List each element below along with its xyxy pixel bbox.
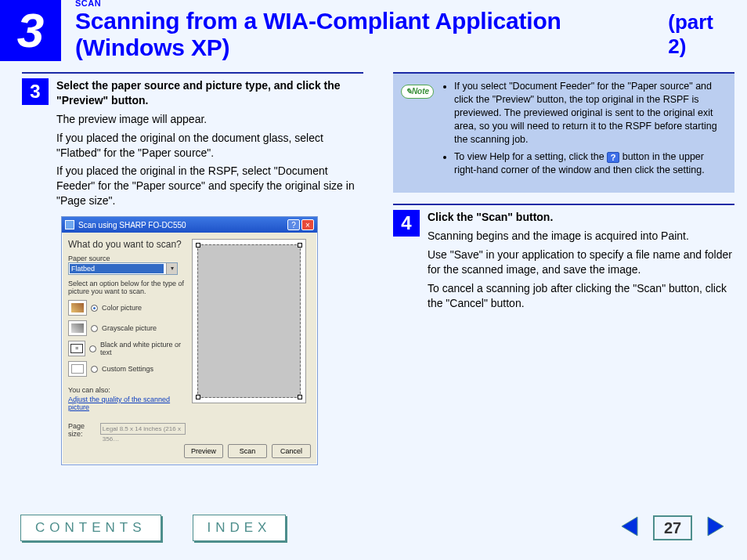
page-size-label: Page size: (68, 422, 97, 438)
part-label: (part 2) (668, 10, 736, 59)
preview-selection[interactable] (197, 244, 301, 398)
next-page-button[interactable] (703, 515, 727, 541)
scan-dialog: Scan using SHARP FO-DC550 ? × What do yo… (61, 216, 318, 465)
radio-custom[interactable] (91, 366, 98, 373)
step-3-p3: If you placed the original in the RSPF, … (56, 164, 365, 208)
step-number: 4 (393, 210, 420, 237)
title-block: SCAN Scanning from a WIA-Compliant Appli… (61, 0, 747, 61)
dialog-titlebar: Scan using SHARP FO-DC550 ? × (62, 217, 317, 233)
resize-handle[interactable] (298, 243, 302, 247)
scan-button[interactable]: Scan (228, 444, 267, 458)
radio-gray[interactable] (91, 325, 98, 332)
radio-bw[interactable] (89, 345, 96, 352)
rule (393, 204, 734, 205)
help-icon: ? (607, 152, 619, 163)
also-label: You can also: (68, 386, 186, 394)
radio-color[interactable] (91, 305, 98, 312)
section-label: SCAN (75, 0, 736, 8)
bottom-nav: CONTENTS INDEX 27 (0, 507, 747, 560)
index-button[interactable]: INDEX (193, 515, 287, 541)
note-item-2: To view Help for a setting, click the ? … (454, 150, 727, 177)
grayscale-picture-icon (68, 320, 87, 336)
step-4: 4 Click the "Scan" button. Scanning begi… (393, 210, 736, 310)
custom-settings-icon (68, 361, 87, 377)
opt-color-label: Color picture (102, 304, 142, 312)
adjust-quality-link[interactable]: Adjust the quality of the scanned pictur… (68, 396, 186, 411)
option-custom[interactable]: Custom Settings (68, 361, 186, 377)
paper-source-value: Flatbed (70, 264, 164, 273)
step-number: 3 (22, 78, 49, 105)
resize-handle[interactable] (196, 395, 200, 399)
page-size-dropdown[interactable]: Legal 8.5 x 14 inches (216 x 356… (100, 423, 186, 435)
bw-text-icon: ≡ (68, 341, 85, 356)
help-titlebar-button[interactable]: ? (287, 219, 300, 230)
rule (22, 72, 363, 74)
page-header: 3 SCAN Scanning from a WIA-Compliant App… (0, 0, 747, 61)
step-4-lead: Click the "Scan" button. (428, 211, 553, 223)
scanner-icon (65, 220, 74, 229)
color-picture-icon (68, 300, 87, 316)
resize-handle[interactable] (196, 243, 200, 247)
svg-marker-1 (708, 517, 724, 536)
page-number: 27 (653, 515, 692, 540)
right-column: ✎Note If you select "Document Feeder" fo… (393, 72, 736, 465)
note-badge: ✎Note (401, 85, 434, 99)
note-item-1: If you select "Document Feeder" for the … (454, 80, 727, 146)
step-3-p1: The preview image will appear. (56, 112, 365, 127)
step-4-p3: To cancel a scanning job after clicking … (428, 281, 736, 311)
contents-button[interactable]: CONTENTS (20, 515, 161, 541)
resize-handle[interactable] (298, 395, 302, 399)
option-color[interactable]: Color picture (68, 300, 186, 316)
preview-pane[interactable] (192, 239, 306, 403)
cancel-button[interactable]: Cancel (272, 444, 311, 458)
paper-source-dropdown[interactable]: Flatbed ▾ (68, 262, 178, 275)
prev-page-button[interactable] (619, 515, 642, 541)
preview-button[interactable]: Preview (184, 444, 223, 458)
step-3-lead: Select the paper source and picture type… (56, 79, 341, 107)
opt-bw-label: Black and white picture or text (100, 341, 186, 356)
close-button[interactable]: × (301, 219, 314, 230)
note-box: ✎Note If you select "Document Feeder" fo… (393, 72, 734, 193)
opt-gray-label: Grayscale picture (102, 324, 157, 332)
option-prompt: Select an option below for the type of p… (68, 280, 186, 295)
left-column: 3 Select the paper source and picture ty… (22, 72, 365, 465)
step-3-p2: If you placed the original on the docume… (56, 131, 365, 161)
chapter-number-box: 3 (0, 0, 61, 61)
step-4-p1: Scanning begins and the image is acquire… (428, 229, 736, 244)
opt-custom-label: Custom Settings (102, 365, 153, 373)
option-bw[interactable]: ≡ Black and white picture or text (68, 341, 186, 356)
dialog-heading: What do you want to scan? (68, 239, 186, 250)
page-title: Scanning from a WIA-Compliant Applicatio… (75, 8, 668, 61)
dialog-title: Scan using SHARP FO-DC550 (78, 221, 286, 229)
chevron-down-icon: ▾ (166, 263, 177, 274)
svg-marker-0 (622, 517, 637, 536)
step-4-p2: Use "Save" in your application to specif… (428, 247, 736, 277)
option-grayscale[interactable]: Grayscale picture (68, 320, 186, 336)
step-3: 3 Select the paper source and picture ty… (22, 78, 365, 208)
paper-source-label: Paper source (68, 255, 186, 262)
